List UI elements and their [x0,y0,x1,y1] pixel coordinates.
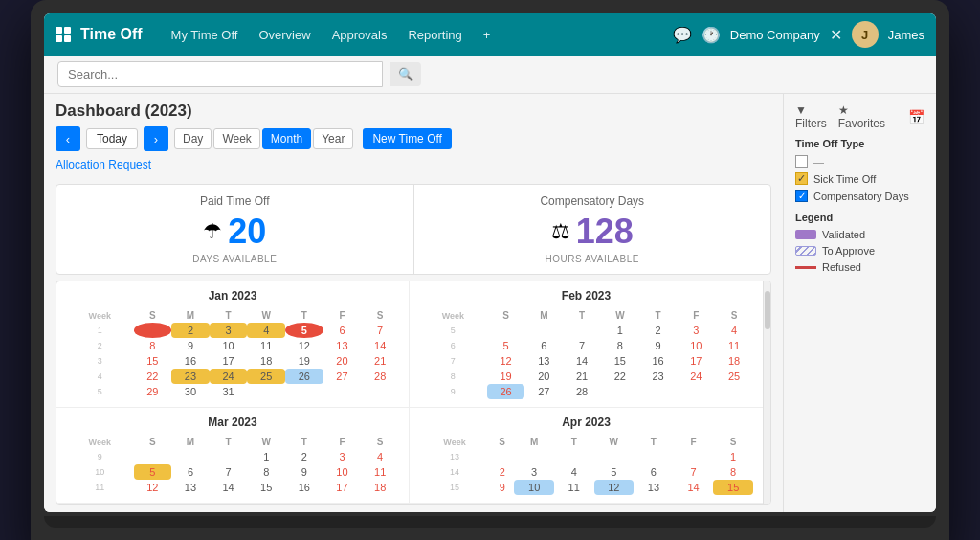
calendar-day[interactable]: 23 [639,369,678,384]
calendar-day[interactable]: 25 [247,369,285,384]
tab-day[interactable]: Day [174,128,212,149]
calendar-day[interactable]: 5 [594,464,635,480]
calendar-day[interactable]: 24 [210,369,248,384]
calendar-day[interactable]: 2 [171,323,210,338]
filters-button[interactable]: ▼ Filters [795,103,827,130]
calendar-day[interactable] [247,384,285,399]
chat-icon[interactable]: 💬 [673,26,692,44]
calendar-day[interactable] [487,323,525,338]
calendar-day[interactable] [594,449,635,464]
calendar-day[interactable]: 23 [171,369,210,384]
calendar-day[interactable]: 1 [713,449,753,464]
calendar-view-icon[interactable]: 📅 [908,109,924,124]
calendar-day[interactable]: 6 [524,338,563,353]
calendar-day[interactable]: 16 [171,353,210,369]
calendar-day[interactable]: 15 [247,480,285,495]
allocation-request-link[interactable]: Allocation Request [56,158,151,171]
calendar-day[interactable]: 16 [639,353,678,369]
nav-my-time-off[interactable]: My Time Off [164,22,246,48]
calendar-day[interactable]: 8 [134,338,172,353]
calendar-day[interactable] [715,384,753,399]
calendar-day[interactable] [361,384,399,399]
calendar-day[interactable]: 14 [674,480,714,495]
calendar-day[interactable] [563,323,601,338]
calendar-day[interactable]: 13 [171,480,210,495]
calendar-day[interactable]: 5 [487,338,525,353]
calendar-day[interactable]: 2 [490,464,514,480]
calendar-day[interactable]: 11 [247,338,285,353]
nav-reporting[interactable]: Reporting [400,22,469,48]
calendar-day[interactable]: 3 [210,323,248,338]
calendar-day[interactable]: 9 [285,464,323,480]
calendar-day[interactable]: 12 [134,480,172,495]
scrollbar[interactable] [763,281,770,504]
calendar-day[interactable] [634,449,674,464]
calendar-day[interactable]: 17 [323,480,362,495]
calendar-day[interactable]: 15 [134,353,172,369]
calendar-day[interactable]: 9 [490,480,514,495]
search-input[interactable] [57,61,383,87]
calendar-day[interactable]: 12 [594,480,635,495]
calendar-day[interactable]: 13 [323,338,362,353]
next-button[interactable]: › [144,126,168,151]
calendar-day[interactable]: 11 [361,464,399,480]
calendar-day[interactable]: 28 [361,369,399,384]
calendar-day[interactable]: 4 [715,323,753,338]
calendar-day[interactable] [554,449,594,464]
tab-month[interactable]: Month [262,128,311,149]
calendar-day[interactable]: 4 [247,323,285,338]
calendar-day[interactable]: 5 [134,464,172,480]
calendar-day[interactable]: 7 [361,323,399,338]
calendar-day[interactable]: 15 [601,353,639,369]
prev-button[interactable]: ‹ [56,126,80,151]
app-grid-icon[interactable] [56,27,71,42]
calendar-day[interactable]: 10 [677,338,715,353]
clock-icon[interactable]: 🕐 [702,26,721,44]
calendar-day[interactable] [134,449,172,464]
calendar-day[interactable]: 14 [361,338,399,353]
calendar-day[interactable] [490,449,514,464]
calendar-day[interactable]: 2 [639,323,678,338]
settings-icon[interactable]: ✕ [830,26,842,44]
nav-overview[interactable]: Overview [251,22,318,48]
sick-checkbox[interactable]: ✓ [795,172,808,185]
calendar-day[interactable]: 3 [677,323,715,338]
calendar-day[interactable]: 27 [323,369,362,384]
calendar-day[interactable]: 12 [487,353,525,369]
calendar-day[interactable]: 7 [563,338,601,353]
calendar-day[interactable]: 24 [677,369,715,384]
calendar-day[interactable] [514,449,554,464]
calendar-day[interactable] [171,449,210,464]
calendar-day[interactable]: 16 [285,480,323,495]
nav-approvals[interactable]: Approvals [324,22,395,48]
nav-add[interactable]: + [476,22,499,48]
calendar-day[interactable]: 6 [171,464,210,480]
calendar-day[interactable]: 4 [361,449,399,464]
calendar-day[interactable]: 22 [601,369,639,384]
calendar-day[interactable]: 9 [171,338,210,353]
search-button[interactable]: 🔍 [390,62,421,86]
calendar-day[interactable]: 21 [361,353,399,369]
calendar-day[interactable]: 11 [554,480,594,495]
calendar-day[interactable]: 26 [285,369,323,384]
calendar-day[interactable]: 18 [247,353,285,369]
calendar-day[interactable]: 2 [285,449,323,464]
calendar-day[interactable]: 7 [210,464,248,480]
calendar-day[interactable]: 10 [514,480,554,495]
calendar-day[interactable]: 15 [713,480,753,495]
comp-checkbox[interactable]: ✓ [795,190,808,202]
calendar-day[interactable]: 13 [634,480,674,495]
favorites-button[interactable]: ★ Favorites [838,103,885,130]
calendar-day[interactable]: 5 [285,323,323,338]
calendar-day[interactable]: 14 [210,480,248,495]
calendar-day[interactable]: 27 [524,384,563,399]
calendar-day[interactable]: 20 [323,353,362,369]
calendar-day[interactable]: 3 [514,464,554,480]
tab-year[interactable]: Year [313,128,353,149]
calendar-day[interactable]: 19 [487,369,525,384]
calendar-day[interactable] [674,449,714,464]
calendar-day[interactable]: 13 [524,353,563,369]
calendar-day[interactable]: 3 [323,449,362,464]
calendar-day[interactable]: 4 [554,464,594,480]
today-button[interactable]: Today [86,128,138,149]
